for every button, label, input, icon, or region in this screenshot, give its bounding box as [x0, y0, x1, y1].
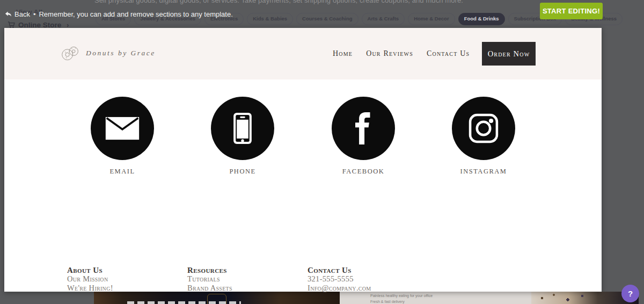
- nav-contact-us[interactable]: Contact Us: [427, 49, 470, 58]
- footer-link-tutorials[interactable]: Tutorials: [187, 274, 300, 283]
- filter-courses-coaching[interactable]: Courses & Coaching: [296, 13, 358, 25]
- facebook-icon: [332, 97, 395, 160]
- back-label: Back: [14, 10, 30, 18]
- template-preview-card: Donuts by Grace Home Our Reviews Contact…: [4, 28, 602, 292]
- footer-link-were-hiring[interactable]: We're Hiring!: [67, 284, 180, 292]
- footer-email-address[interactable]: Info@company.com: [308, 284, 420, 292]
- footer-phone-number[interactable]: 321-555-5555: [308, 274, 420, 283]
- social-label: FACEBOOK: [332, 168, 395, 176]
- social-phone[interactable]: PHONE: [211, 97, 274, 176]
- footer-link-brand-assets[interactable]: Brand Assets: [187, 284, 300, 292]
- thumbnail-text-line1: Painless healthy eating for your office: [370, 294, 433, 298]
- start-editing-button[interactable]: START EDITING!: [540, 3, 603, 19]
- footer-heading: Contact Us: [308, 266, 420, 274]
- social-email[interactable]: EMAIL: [91, 97, 154, 176]
- instagram-icon: [452, 97, 515, 160]
- topbar-bullet: •: [33, 10, 36, 18]
- email-icon: [91, 97, 154, 160]
- social-facebook[interactable]: FACEBOOK: [332, 97, 395, 176]
- help-button[interactable]: ?: [621, 285, 639, 302]
- social-label: PHONE: [211, 168, 274, 176]
- footer-column-resources: Resources Tutorials Brand Assets: [187, 266, 300, 292]
- footer-column-about: About Us Our Mission We're Hiring!: [67, 266, 180, 292]
- back-arrow-icon: [4, 11, 12, 18]
- brand-name: Donuts by Grace: [86, 49, 156, 57]
- phone-icon: [211, 97, 274, 160]
- donut-logo-icon: [61, 44, 80, 62]
- footer-heading: About Us: [67, 266, 180, 274]
- filter-home-decor[interactable]: Home & Decor: [408, 13, 455, 25]
- template-header: Donuts by Grace Home Our Reviews Contact…: [4, 28, 602, 79]
- template-thumbnail-dark[interactable]: [94, 292, 340, 304]
- social-label: INSTAGRAM: [452, 168, 515, 176]
- social-label: EMAIL: [91, 168, 154, 176]
- filter-food-drinks[interactable]: Food & Drinks: [458, 13, 505, 25]
- footer-column-contact: Contact Us 321-555-5555 Info@company.com: [308, 266, 420, 292]
- nav-our-reviews[interactable]: Our Reviews: [366, 49, 413, 58]
- footer-link-our-mission[interactable]: Our Mission: [67, 274, 180, 283]
- topbar-message: Remember, you can add and remove section…: [39, 10, 232, 18]
- editor-topbar: Back • Remember, you can add and remove …: [4, 10, 233, 18]
- order-now-button[interactable]: Order Now: [482, 42, 536, 66]
- back-button[interactable]: Back: [4, 10, 30, 18]
- footer-heading: Resources: [187, 266, 300, 274]
- filter-kids-babies[interactable]: Kids & Babies: [247, 13, 293, 25]
- store-tagline: Sell physical goods, digital goods, or s…: [94, 0, 463, 4]
- brand-logo[interactable]: Donuts by Grace: [61, 44, 156, 62]
- thumbnail-text-line2: Fresh & fast delivery: [370, 300, 405, 304]
- template-thumbnail-light[interactable]: Painless healthy eating for your office …: [340, 292, 639, 304]
- filter-arts-crafts[interactable]: Arts & Crafts: [362, 13, 405, 25]
- template-nav: Home Our Reviews Contact Us: [333, 28, 470, 79]
- nav-home[interactable]: Home: [333, 49, 353, 58]
- social-instagram[interactable]: INSTAGRAM: [452, 97, 515, 176]
